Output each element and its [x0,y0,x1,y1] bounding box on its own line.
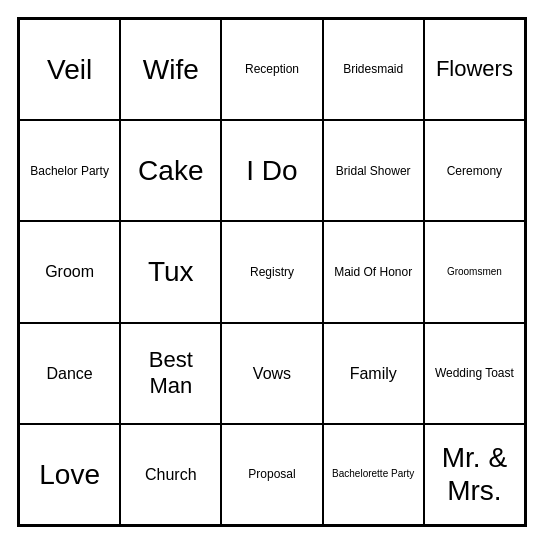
cell-text-r0c2: Reception [245,62,299,76]
cell-text-r2c2: Registry [250,265,294,279]
cell-r1c2: I Do [221,120,322,221]
cell-text-r1c2: I Do [246,154,297,188]
cell-text-r4c4: Mr. & Mrs. [429,441,520,508]
cell-text-r4c0: Love [39,458,100,492]
cell-text-r0c0: Veil [47,53,92,87]
cell-r0c0: Veil [19,19,120,120]
cell-text-r2c3: Maid Of Honor [334,265,412,279]
cell-text-r2c4: Groomsmen [447,266,502,278]
cell-r3c4: Wedding Toast [424,323,525,424]
cell-text-r1c1: Cake [138,154,203,188]
cell-text-r0c1: Wife [143,53,199,87]
cell-r0c2: Reception [221,19,322,120]
cell-r3c3: Family [323,323,424,424]
cell-r4c2: Proposal [221,424,322,525]
cell-r0c4: Flowers [424,19,525,120]
cell-text-r3c4: Wedding Toast [435,366,514,380]
cell-r3c2: Vows [221,323,322,424]
cell-r0c1: Wife [120,19,221,120]
cell-r3c0: Dance [19,323,120,424]
cell-text-r0c3: Bridesmaid [343,62,403,76]
cell-text-r0c4: Flowers [436,56,513,82]
cell-text-r1c0: Bachelor Party [30,164,109,178]
cell-r2c0: Groom [19,221,120,322]
cell-text-r3c0: Dance [46,364,92,383]
bingo-board: VeilWifeReceptionBridesmaidFlowersBachel… [17,17,527,527]
cell-text-r2c0: Groom [45,262,94,281]
cell-r0c3: Bridesmaid [323,19,424,120]
cell-r1c1: Cake [120,120,221,221]
cell-r3c1: Best Man [120,323,221,424]
cell-r1c4: Ceremony [424,120,525,221]
cell-r2c2: Registry [221,221,322,322]
cell-r4c3: Bachelorette Party [323,424,424,525]
cell-r4c0: Love [19,424,120,525]
cell-text-r1c3: Bridal Shower [336,164,411,178]
cell-r1c0: Bachelor Party [19,120,120,221]
cell-r2c3: Maid Of Honor [323,221,424,322]
cell-text-r4c1: Church [145,465,197,484]
cell-text-r3c2: Vows [253,364,291,383]
cell-r4c4: Mr. & Mrs. [424,424,525,525]
cell-r2c1: Tux [120,221,221,322]
cell-text-r2c1: Tux [148,255,194,289]
cell-r4c1: Church [120,424,221,525]
cell-r2c4: Groomsmen [424,221,525,322]
cell-text-r1c4: Ceremony [447,164,502,178]
cell-r1c3: Bridal Shower [323,120,424,221]
cell-text-r4c2: Proposal [248,467,295,481]
cell-text-r3c1: Best Man [125,347,216,400]
cell-text-r3c3: Family [350,364,397,383]
cell-text-r4c3: Bachelorette Party [332,468,414,480]
